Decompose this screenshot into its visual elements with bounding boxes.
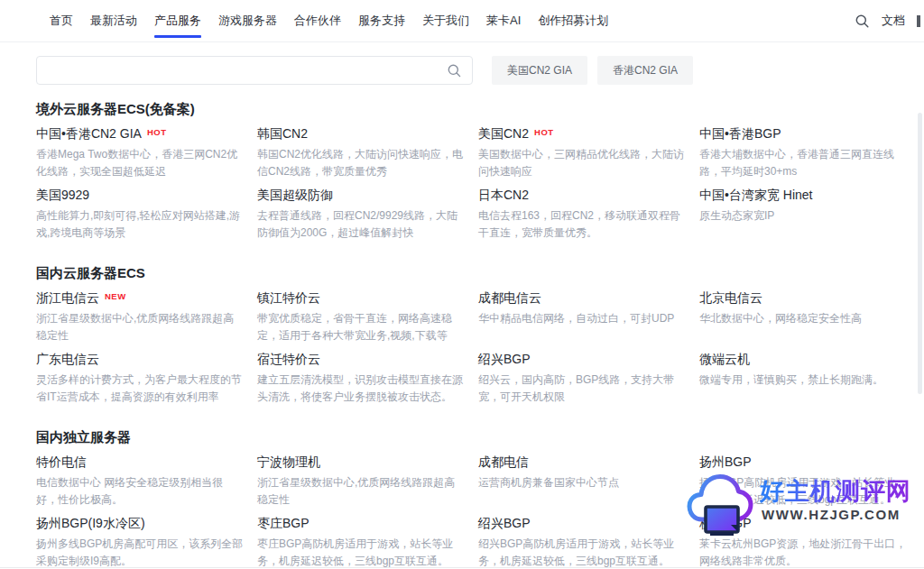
nav-item[interactable]: 创作招募计划 [538,0,608,41]
search-input[interactable] [37,57,438,84]
product-desc: 华北数据中心，网络稳定安全性高 [699,310,907,327]
product-card[interactable]: 宿迁特价云建立五层清洗模型，识别攻击模型直接在源头清洗，将使客户业务摆脱被攻击状… [257,352,465,406]
main-nav: 首页最新活动产品服务游戏服务器合作伙伴服务支持关于我们莱卡AI创作招募计划 [0,0,608,41]
product-card[interactable]: 绍兴BGP绍兴BGP高防机房适用于游戏，站长等业务，机房延迟较低，三线bgp互联… [478,516,686,569]
nav-item[interactable]: 服务支持 [358,0,405,41]
nav-item[interactable]: 合作伙伴 [294,0,341,41]
product-desc: 运营商机房兼备国家中心节点 [478,474,686,491]
menu-section: 境外云服务器ECS(免备案)中国•香港CN2 GIAHOT香港Mega Two数… [36,101,924,242]
product-name: 成都电信云 [478,290,541,305]
product-name: 特价电信 [36,454,87,469]
product-desc: 扬州多线BGP机房高配可用区，该系列全部采购定制级I9高配。 [36,536,244,569]
product-title-row: 微端云机 [699,352,907,366]
nav-item[interactable]: 最新活动 [90,0,137,41]
product-card[interactable]: 美国9929高性能算力,即刻可得,轻松应对网站搭建,游戏,跨境电商等场景 [36,188,244,242]
product-name: 成都电信 [478,454,529,469]
product-title-row: 特价电信 [36,454,244,469]
product-card[interactable]: 镇江特价云带宽优质稳定，省骨干直连，网络高速稳定，适用于各种大带宽业务,视频,下… [257,290,465,344]
product-desc: 微端专用，谨慎购买，禁止长期跑满。 [699,372,907,389]
product-title-row: 中国•台湾家宽 Hinet [699,188,907,202]
product-card[interactable]: 中国•台湾家宽 Hinet原生动态家宽IP [699,188,907,242]
watermark-site-name: 好主机测评网 [760,475,911,508]
scrollbar-thumb[interactable] [918,113,922,394]
product-title-row: 绍兴BGP [478,516,686,530]
product-name: 镇江特价云 [257,290,320,305]
product-desc: 建立五层清洗模型，识别攻击模型直接在源头清洗，将使客户业务摆脱被攻击状态。 [257,372,465,406]
product-name: 绍兴BGP [478,516,531,530]
nav-item[interactable]: 游戏服务器 [218,0,277,41]
product-name: 中国•台湾家宽 Hinet [699,188,812,202]
product-desc: 浙江省星级数据中心,优质网络线路跟超高稳定性 [257,474,465,509]
section-title: 国内云服务器ECS [36,265,924,280]
search-box [36,56,473,85]
product-title-row: 中国•香港CN2 GIAHOT [36,126,244,141]
nav-item[interactable]: 产品服务 [154,0,201,41]
product-card[interactable]: 枣庄BGP枣庄BGP高防机房适用于游戏，站长等业务，机房延迟较低，三线bgp互联… [257,516,465,569]
product-desc: 高性能算力,即刻可得,轻松应对网站搭建,游戏,跨境电商等场景 [36,207,244,242]
product-card[interactable]: 成都电信运营商机房兼备国家中心节点 [478,454,686,509]
product-title-row: 宁波物理机 [257,454,465,469]
header-right: 文档 [855,0,924,41]
product-name: 美国CN2 [478,126,529,141]
product-name: 中国•香港BGP [699,126,781,141]
nav-item[interactable]: 首页 [50,0,73,41]
clipped-nav-item-fragment [917,15,920,27]
product-title-row: 成都电信云 [478,290,686,305]
product-name: 美国超级防御 [257,188,333,202]
nav-item[interactable]: 莱卡AI [486,0,521,41]
search-icon[interactable] [855,14,870,29]
product-desc: 绍兴云，国内高防，BGP线路，支持大带宽，可开天机权限 [478,372,686,406]
product-card[interactable]: 中国•香港BGP香港大埔数据中心，香港普通三网直连线路，平均延时30+ms [699,126,907,180]
product-grid: 浙江电信云NEW浙江省星级数据中心,优质网络线路跟超高稳定性镇江特价云带宽优质稳… [36,290,924,406]
product-card[interactable]: 成都电信云华中精品电信网络，自动过白，可封UDP [478,290,686,344]
product-title-row: 枣庄BGP [257,516,465,530]
product-grid: 中国•香港CN2 GIAHOT香港Mega Two数据中心，香港三网CN2优化线… [36,126,924,242]
quick-filter-chip[interactable]: 香港CN2 GIA [597,56,693,85]
watermark: 好主机测评网 WWW.HZJGP.COM [684,460,910,546]
search-submit-icon[interactable] [447,63,462,78]
product-name: 微端云机 [699,352,750,366]
section-title: 境外云服务器ECS(免备案) [36,101,924,116]
product-title-row: 日本CN2 [478,188,686,202]
product-card[interactable]: 美国超级防御去程普通线路，回程CN2/9929线路，大陆防御值为200G，超过峰… [257,188,465,242]
product-title-row: 韩国CN2 [257,126,465,141]
product-name: 扬州BGP(I9水冷区) [36,516,145,530]
product-title-row: 中国•香港BGP [699,126,907,141]
product-card[interactable]: 微端云机微端专用，谨慎购买，禁止长期跑满。 [699,352,907,406]
product-desc: 枣庄BGP高防机房适用于游戏，站长等业务，机房延迟较低，三线bgp互联互通。 [257,536,465,569]
product-name: 韩国CN2 [257,126,308,141]
nav-item[interactable]: 关于我们 [422,0,469,41]
product-title-row: 广东电信云 [36,352,244,366]
product-card[interactable]: 广东电信云灵活多样的计费方式，为客户最大程度的节省IT运营成本，提高资源的有效利… [36,352,244,406]
product-card[interactable]: 绍兴BGP绍兴云，国内高防，BGP线路，支持大带宽，可开天机权限 [478,352,686,406]
product-badge-hot: HOT [147,126,167,139]
product-card[interactable]: 中国•香港CN2 GIAHOT香港Mega Two数据中心，香港三网CN2优化线… [36,126,244,180]
product-name: 宁波物理机 [257,454,320,469]
product-name: 广东电信云 [36,352,99,366]
product-desc: 香港Mega Two数据中心，香港三网CN2优化线路，实现全国超低延迟 [36,146,244,180]
product-card[interactable]: 浙江电信云NEW浙江省星级数据中心,优质网络线路跟超高稳定性 [36,290,244,344]
quick-filter-chip[interactable]: 美国CN2 GIA [492,56,587,85]
product-title-row: 成都电信 [478,454,686,469]
product-card[interactable]: 扬州BGP(I9水冷区)扬州多线BGP机房高配可用区，该系列全部采购定制级I9高… [36,516,244,569]
menu-section: 国内云服务器ECS浙江电信云NEW浙江省星级数据中心,优质网络线路跟超高稳定性镇… [36,265,924,406]
product-card[interactable]: 韩国CN2韩国CN2优化线路，大陆访问快速响应，电信CN2线路，带宽质量优秀 [257,126,465,180]
product-desc: 去程普通线路，回程CN2/9929线路，大陆防御值为200G，超过峰值解封快 [257,207,465,242]
search-row: 美国CN2 GIA香港CN2 GIA [36,56,924,85]
product-card[interactable]: 特价电信电信数据中心 网络安全稳定级别相当很好，性价比极高。 [36,454,244,509]
product-name: 中国•香港CN2 GIA [36,126,142,141]
product-card[interactable]: 北京电信云华北数据中心，网络稳定安全性高 [699,290,907,344]
section-title: 国内独立服务器 [36,429,924,445]
product-card[interactable]: 宁波物理机浙江省星级数据中心,优质网络线路跟超高稳定性 [257,454,465,509]
docs-link[interactable]: 文档 [882,13,905,29]
product-card[interactable]: 美国CN2HOT美国数据中心，三网精品优化线路，大陆访问快速响应 [478,126,686,180]
product-name: 绍兴BGP [478,352,531,366]
product-title-row: 扬州BGP(I9水冷区) [36,516,244,530]
product-card[interactable]: 日本CN2电信去程163，回程CN2，移动联通双程骨干直连，宽带质量优秀。 [478,188,686,242]
product-desc: 灵活多样的计费方式，为客户最大程度的节省IT运营成本，提高资源的有效利用率 [36,372,244,406]
product-title-row: 镇江特价云 [257,290,465,305]
panel-bottom-border [0,567,924,568]
product-desc: 华中精品电信网络，自动过白，可封UDP [478,310,686,327]
product-desc: 电信去程163，回程CN2，移动联通双程骨干直连，宽带质量优秀。 [478,207,686,242]
product-name: 日本CN2 [478,188,529,202]
